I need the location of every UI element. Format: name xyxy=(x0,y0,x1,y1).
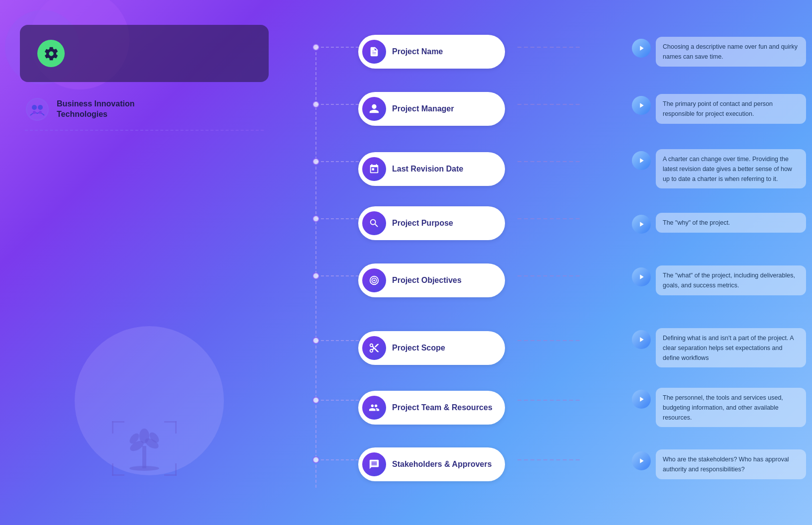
pill-icon-1 xyxy=(362,97,386,121)
pill-label-3: Project Purpose xyxy=(392,219,453,228)
svg-point-47 xyxy=(374,280,375,281)
row-7: Stakeholders & ApproversWho are the stak… xyxy=(358,447,806,481)
desc-text-7: Who are the stakeholders? Who has approv… xyxy=(663,456,789,473)
svg-rect-8 xyxy=(175,421,177,434)
pill-icon-2 xyxy=(362,157,386,181)
svg-point-2 xyxy=(38,105,43,110)
desc-block-1: The primary point of contact and person … xyxy=(632,94,806,124)
desc-block-6: The personnel, the tools and services us… xyxy=(632,388,806,427)
svg-point-35 xyxy=(313,397,319,403)
pill-icon-5 xyxy=(362,336,386,360)
desc-bubble-0: Choosing a descriptive name over fun and… xyxy=(656,37,806,67)
arrow-icon-1 xyxy=(632,96,651,115)
row-3: Project PurposeThe "why" of the project. xyxy=(358,206,806,240)
decoration-plant xyxy=(109,419,179,480)
arrow-icon-0 xyxy=(632,39,651,58)
svg-point-32 xyxy=(313,216,319,222)
svg-point-30 xyxy=(313,101,319,107)
svg-point-34 xyxy=(313,338,319,344)
desc-block-3: The "why" of the project. xyxy=(632,213,806,234)
pill-icon-0 xyxy=(362,40,386,64)
row-0: Project NameChoosing a descriptive name … xyxy=(358,35,806,69)
arrow-icon-7 xyxy=(632,451,651,470)
svg-rect-11 xyxy=(164,474,177,476)
svg-point-29 xyxy=(313,44,319,50)
svg-rect-12 xyxy=(175,463,177,476)
pill-label-2: Last Revision Date xyxy=(392,165,463,174)
pill-icon-4 xyxy=(362,268,386,292)
pill-label-0: Project Name xyxy=(392,47,443,56)
pill-item-2: Last Revision Date xyxy=(358,152,505,186)
arrow-icon-4 xyxy=(632,267,651,286)
arrow-icon-5 xyxy=(632,330,651,349)
pill-item-3: Project Purpose xyxy=(358,206,505,240)
desc-bubble-1: The primary point of contact and person … xyxy=(656,94,806,124)
row-1: Project ManagerThe primary point of cont… xyxy=(358,92,806,126)
pill-label-7: Stakeholders & Approvers xyxy=(392,460,492,469)
arrow-icon-2 xyxy=(632,151,651,170)
pill-item-5: Project Scope xyxy=(358,331,505,365)
svg-rect-10 xyxy=(112,463,113,476)
pill-label-4: Project Objectives xyxy=(392,276,462,285)
row-4: Project ObjectivesThe "what" of the proj… xyxy=(358,263,806,297)
svg-point-3 xyxy=(33,111,36,114)
row-2: Last Revision DateA charter can change o… xyxy=(358,149,806,188)
pill-item-7: Stakeholders & Approvers xyxy=(358,447,505,481)
divider xyxy=(25,130,264,131)
company-name: Business InnovationTechnologies xyxy=(57,99,134,120)
desc-bubble-4: The "what" of the project, including del… xyxy=(656,265,806,295)
desc-bubble-6: The personnel, the tools and services us… xyxy=(656,388,806,427)
svg-rect-5 xyxy=(112,421,124,423)
row-5: Project ScopeDefining what is and isn't … xyxy=(358,328,806,367)
svg-rect-7 xyxy=(164,421,177,423)
desc-text-4: The "what" of the project, including del… xyxy=(663,272,795,289)
desc-text-0: Choosing a descriptive name over fun and… xyxy=(663,43,798,60)
desc-text-3: The "why" of the project. xyxy=(663,219,730,226)
arrow-icon-6 xyxy=(632,390,651,409)
diagram-area: Project NameChoosing a descriptive name … xyxy=(264,12,806,515)
svg-point-1 xyxy=(32,105,37,110)
pill-label-1: Project Manager xyxy=(392,104,454,113)
pill-icon-6 xyxy=(362,396,386,420)
company-section: Business InnovationTechnologies xyxy=(25,97,269,122)
pill-item-6: Project Team & Resources xyxy=(358,391,505,425)
svg-point-31 xyxy=(313,159,319,165)
svg-point-0 xyxy=(26,98,48,120)
title-box xyxy=(20,25,269,82)
svg-point-33 xyxy=(313,273,319,279)
desc-bubble-2: A charter can change over time. Providin… xyxy=(656,149,806,188)
svg-rect-9 xyxy=(112,474,124,476)
desc-block-2: A charter can change over time. Providin… xyxy=(632,149,806,188)
desc-text-1: The primary point of contact and person … xyxy=(663,100,773,117)
pill-label-6: Project Team & Resources xyxy=(392,403,493,412)
pill-label-5: Project Scope xyxy=(392,344,445,352)
row-6: Project Team & ResourcesThe personnel, t… xyxy=(358,388,806,427)
desc-bubble-3: The "why" of the project. xyxy=(656,213,806,233)
pill-item-1: Project Manager xyxy=(358,92,505,126)
desc-block-5: Defining what is and isn't a part of the… xyxy=(632,328,806,367)
pill-item-0: Project Name xyxy=(358,35,505,69)
desc-bubble-5: Defining what is and isn't a part of the… xyxy=(656,328,806,367)
pill-icon-3 xyxy=(362,211,386,235)
desc-block-7: Who are the stakeholders? Who has approv… xyxy=(632,449,806,479)
svg-point-19 xyxy=(139,429,149,443)
pill-item-4: Project Objectives xyxy=(358,263,505,297)
pill-icon-7 xyxy=(362,452,386,476)
company-icon xyxy=(25,97,50,122)
desc-text-5: Defining what is and isn't a part of the… xyxy=(663,335,794,361)
desc-text-2: A charter can change over time. Providin… xyxy=(663,156,792,182)
desc-block-0: Choosing a descriptive name over fun and… xyxy=(632,37,806,67)
left-panel: Business InnovationTechnologies xyxy=(20,25,269,140)
svg-rect-14 xyxy=(142,446,146,468)
desc-text-6: The personnel, the tools and services us… xyxy=(663,394,783,421)
gear-icon xyxy=(37,40,65,67)
desc-bubble-7: Who are the stakeholders? Who has approv… xyxy=(656,449,806,479)
svg-point-4 xyxy=(39,111,42,114)
arrow-icon-3 xyxy=(632,215,651,234)
svg-rect-6 xyxy=(112,421,113,434)
svg-point-36 xyxy=(313,457,319,463)
desc-block-4: The "what" of the project, including del… xyxy=(632,265,806,295)
